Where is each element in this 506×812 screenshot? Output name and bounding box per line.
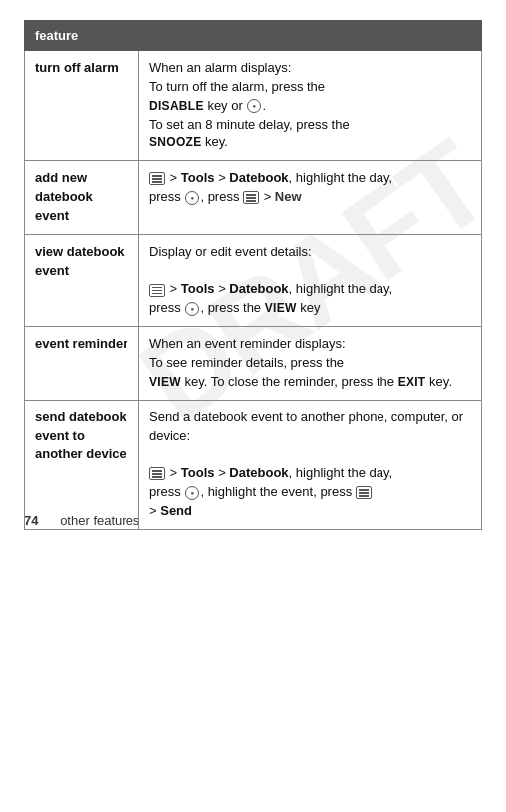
datebook-label: Datebook	[229, 281, 288, 296]
table-row: send datebook event to another device Se…	[25, 400, 482, 529]
feature-cell: event reminder	[25, 327, 139, 401]
desc-text: When an alarm displays: To turn off the …	[149, 60, 350, 149]
menu-icon	[149, 467, 165, 480]
feature-cell: send datebook event to another device	[25, 400, 139, 529]
table-header: feature	[25, 21, 482, 51]
menu-icon	[149, 284, 165, 297]
feature-table: feature turn off alarm When an alarm dis…	[24, 20, 482, 530]
description-cell: When an alarm displays: To turn off the …	[139, 51, 482, 161]
table-row: view datebook event Display or edit even…	[25, 234, 482, 326]
description-cell: Send a datebook event to another phone, …	[139, 400, 482, 529]
new-label: New	[275, 189, 302, 204]
datebook-label: Datebook	[229, 170, 288, 185]
center-dot-icon	[185, 486, 199, 500]
disable-key: DISABLE	[149, 99, 204, 113]
center-dot-icon	[185, 302, 199, 316]
feature-cell: turn off alarm	[25, 51, 139, 161]
menu-icon	[356, 486, 372, 499]
tools-label: Tools	[181, 465, 215, 480]
center-dot-icon	[247, 99, 261, 113]
send-label: Send	[160, 503, 192, 518]
datebook-label: Datebook	[229, 465, 288, 480]
view-key: VIEW	[149, 375, 181, 389]
center-dot-icon	[185, 191, 199, 205]
table-row: turn off alarm When an alarm displays: T…	[25, 51, 482, 161]
feature-cell: add new datebook event	[25, 161, 139, 235]
menu-icon	[149, 172, 165, 185]
view-key: VIEW	[265, 301, 297, 315]
snooze-key: SNOOZE	[149, 135, 201, 149]
table-row: add new datebook event > Tools > Dateboo…	[25, 161, 482, 235]
tools-label: Tools	[181, 170, 215, 185]
description-cell: When an event reminder displays: To see …	[139, 327, 482, 401]
tools-label: Tools	[181, 281, 215, 296]
feature-cell: view datebook event	[25, 234, 139, 326]
description-cell: > Tools > Datebook, highlight the day, p…	[139, 161, 482, 235]
exit-key: EXIT	[398, 375, 426, 389]
table-row: event reminder When an event reminder di…	[25, 327, 482, 401]
description-cell: Display or edit event details: > Tools >…	[139, 234, 482, 326]
menu-icon	[243, 191, 259, 204]
